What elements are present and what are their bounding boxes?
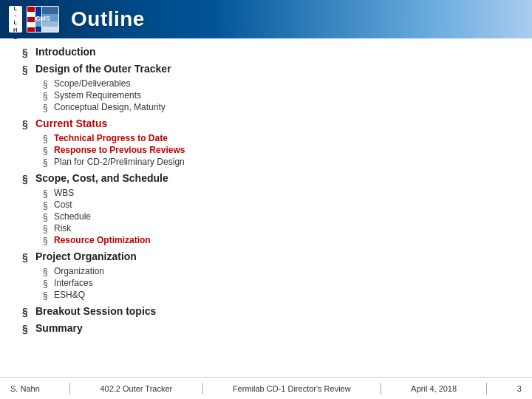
sub-item: §Response to Previous Reviews — [43, 145, 510, 156]
section-bullet: § — [22, 251, 31, 263]
section-group-scope-cost-schedule: §Scope, Cost, and Schedule§WBS§Cost§Sche… — [22, 172, 510, 246]
sub-item: §Technical Progress to Date — [43, 133, 510, 144]
sub-label: WBS — [54, 188, 74, 198]
hl-lhc-badge: HL-LHC — [9, 6, 22, 33]
sub-item: §Risk — [43, 223, 510, 234]
sub-items: §Technical Progress to Date§Response to … — [43, 133, 510, 168]
sub-item: §Interfaces — [43, 278, 510, 289]
sub-label: ESH&Q — [54, 290, 85, 300]
footer: S. Nahn 402.2 Outer Tracker Fermilab CD-… — [0, 377, 532, 399]
sub-label: Interfaces — [54, 278, 93, 288]
section-bullet: § — [22, 64, 31, 75]
footer-divider-3 — [381, 383, 381, 395]
sub-label: Organization — [54, 266, 104, 276]
svg-rect-12 — [42, 27, 58, 32]
section-item: §Design of the Outer Tracker — [22, 63, 510, 75]
sub-item: §Schedule — [43, 211, 510, 222]
section-item: §Summary — [22, 322, 510, 335]
sub-label: Scope/Deliverables — [54, 78, 130, 89]
main-content: §Introduction§Design of the Outer Tracke… — [0, 38, 532, 377]
section-item: §Scope, Cost, and Schedule — [22, 172, 510, 185]
section-label: Summary — [35, 322, 83, 334]
section-label: Breakout Session topics — [35, 305, 156, 317]
sub-label: Plan for CD-2/Preliminary Design — [54, 157, 185, 167]
sub-item: §Organization — [43, 266, 510, 277]
sub-bullet: § — [43, 267, 50, 277]
section-label: Scope, Cost, and Schedule — [35, 172, 168, 184]
sub-bullet: § — [43, 212, 50, 222]
section-item: §Current Status — [22, 117, 510, 130]
svg-rect-5 — [27, 27, 35, 32]
section-group-project-organization: §Project Organization§Organization§Inter… — [22, 250, 510, 301]
sub-item: §WBS — [43, 188, 510, 199]
sub-label: Schedule — [54, 211, 91, 222]
sub-item: §Scope/Deliverables — [43, 78, 510, 89]
sub-label: Cost — [54, 200, 72, 210]
svg-rect-2 — [27, 12, 35, 17]
sub-items: §Scope/Deliverables§System Requirements§… — [43, 78, 510, 113]
sub-items: §WBS§Cost§Schedule§Risk§Resource Optimiz… — [43, 188, 510, 246]
sub-bullet: § — [43, 146, 50, 156]
footer-divider-2 — [202, 383, 203, 395]
section-item: §Breakout Session topics — [22, 305, 510, 318]
sub-label: System Requirements — [54, 90, 141, 100]
section-group-current-status: §Current Status§Technical Progress to Da… — [22, 117, 510, 168]
section-bullet: § — [22, 306, 31, 318]
sub-label: Resource Optimization — [54, 235, 151, 245]
section-group-introduction: §Introduction — [22, 46, 510, 58]
logo-area: HL-LHC CMS — [9, 6, 59, 33]
sub-bullet: § — [43, 134, 50, 144]
sub-bullet: § — [43, 79, 50, 89]
svg-rect-4 — [27, 22, 35, 27]
footer-topic: 402.2 Outer Tracker — [100, 384, 172, 393]
svg-rect-3 — [27, 17, 35, 22]
section-bullet: § — [22, 118, 31, 130]
sub-item: §Cost — [43, 200, 510, 211]
footer-divider-4 — [486, 383, 487, 395]
footer-date: April 4, 2018 — [411, 384, 457, 393]
section-label: Introduction — [35, 46, 96, 58]
sub-label: Conceptual Design, Maturity — [54, 102, 166, 112]
sub-bullet: § — [43, 279, 50, 289]
section-label: Project Organization — [35, 250, 137, 262]
section-group-summary: §Summary — [22, 322, 510, 335]
sub-bullet: § — [43, 290, 50, 301]
section-group-design-outer-tracker: §Design of the Outer Tracker§Scope/Deliv… — [22, 63, 510, 113]
header: HL-LHC CMS Outline — [0, 0, 532, 38]
footer-divider-1 — [69, 383, 70, 395]
sub-label: Risk — [54, 223, 71, 233]
section-bullet: § — [22, 323, 31, 335]
sub-label: Response to Previous Reviews — [54, 145, 185, 155]
sub-bullet: § — [43, 200, 50, 211]
sub-label: Technical Progress to Date — [54, 133, 168, 143]
page-title: Outline — [71, 7, 145, 31]
section-label: Design of the Outer Tracker — [35, 63, 171, 75]
sub-bullet: § — [43, 236, 50, 246]
section-bullet: § — [22, 173, 31, 185]
sub-item: §Plan for CD-2/Preliminary Design — [43, 157, 510, 168]
sub-bullet: § — [43, 103, 50, 113]
section-item: §Project Organization — [22, 250, 510, 263]
sub-item: §ESH&Q — [43, 290, 510, 301]
outline-list: §Introduction§Design of the Outer Tracke… — [22, 46, 510, 335]
footer-author: S. Nahn — [10, 384, 40, 393]
svg-text:CMS: CMS — [35, 15, 50, 22]
sub-item: §Resource Optimization — [43, 235, 510, 246]
svg-rect-1 — [27, 7, 35, 12]
svg-rect-8 — [35, 27, 41, 32]
footer-page: 3 — [517, 384, 522, 393]
cms-logo: CMS — [27, 6, 59, 33]
sub-bullet: § — [43, 91, 50, 101]
sub-items: §Organization§Interfaces§ESH&Q — [43, 266, 510, 301]
sub-item: §System Requirements — [43, 90, 510, 101]
svg-rect-11 — [42, 21, 58, 27]
sub-item: §Conceptual Design, Maturity — [43, 102, 510, 113]
section-group-breakout-session: §Breakout Session topics — [22, 305, 510, 318]
section-bullet: § — [22, 47, 31, 58]
svg-rect-9 — [42, 7, 58, 14]
sub-bullet: § — [43, 157, 50, 168]
section-item: §Introduction — [22, 46, 510, 58]
footer-event: Fermilab CD-1 Director's Review — [233, 384, 351, 393]
sub-bullet: § — [43, 224, 50, 234]
section-label: Current Status — [35, 117, 107, 129]
